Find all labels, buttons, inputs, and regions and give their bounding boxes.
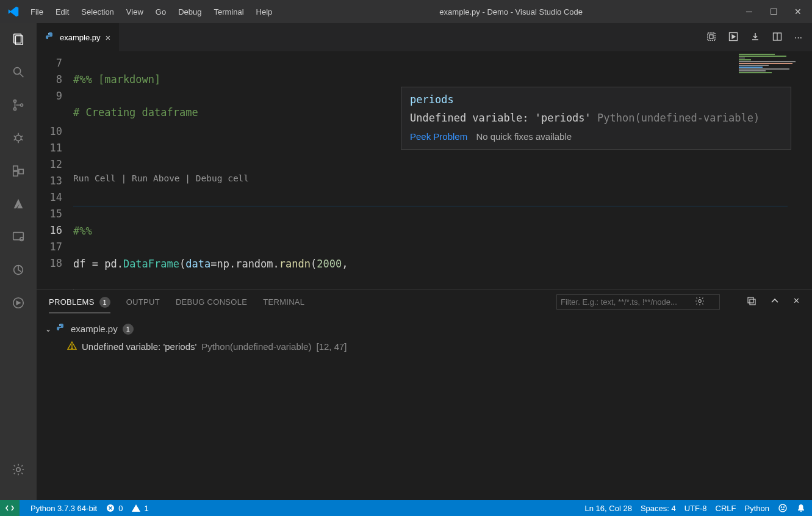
svg-rect-29: [748, 297, 753, 303]
main-area: example.py × ⋯ 7 8 9 10 11 12 13: [0, 23, 812, 500]
svg-point-4: [13, 100, 16, 103]
panel-chevron-up-icon[interactable]: [770, 296, 780, 308]
minimize-icon[interactable]: ─: [744, 7, 755, 16]
explorer-icon[interactable]: [10, 31, 27, 48]
panel-tab-output[interactable]: OUTPUT: [126, 297, 160, 307]
python-file-icon: [45, 32, 55, 43]
editor-column: example.py × ⋯ 7 8 9 10 11 12 13: [37, 23, 812, 500]
menu-help[interactable]: Help: [250, 4, 279, 20]
line-number: 12: [37, 156, 62, 173]
panel-tab-debug-console[interactable]: DEBUG CONSOLE: [176, 297, 247, 307]
status-bell-icon[interactable]: [796, 503, 806, 513]
menu-file[interactable]: File: [24, 4, 49, 20]
panel-actions: ✕: [747, 296, 800, 308]
live-share-icon[interactable]: [10, 294, 27, 311]
chevron-down-icon[interactable]: ⌄: [45, 325, 51, 333]
status-indentation[interactable]: Spaces: 4: [641, 504, 676, 513]
hover-widget: periods Undefined variable: 'periods' Py…: [401, 87, 791, 150]
tab-example-py[interactable]: example.py ×: [37, 23, 120, 51]
svg-point-5: [13, 107, 16, 110]
svg-line-11: [14, 139, 16, 140]
panel-close-icon[interactable]: ✕: [793, 296, 800, 308]
problem-file-row[interactable]: ⌄ example.py 1: [45, 321, 803, 337]
maximize-icon[interactable]: ☐: [768, 7, 779, 16]
editor-tabs: example.py × ⋯: [37, 23, 812, 51]
warning-icon: [67, 341, 77, 352]
window-controls: ─ ☐ ✕: [744, 7, 807, 16]
line-number: 17: [37, 239, 62, 255]
codelens-row[interactable]: Run Cell | Run Above | Debug cell: [73, 170, 812, 189]
line-number: 13: [37, 173, 62, 189]
svg-point-2: [14, 68, 21, 74]
svg-point-6: [20, 104, 23, 106]
more-actions-icon[interactable]: ⋯: [794, 33, 802, 42]
menu-terminal[interactable]: Terminal: [207, 4, 250, 20]
data-viewer-icon[interactable]: [706, 32, 716, 43]
svg-point-35: [779, 504, 786, 512]
azure-icon[interactable]: [10, 195, 27, 213]
remote-explorer-icon[interactable]: [10, 228, 27, 245]
search-icon[interactable]: [10, 64, 27, 81]
line-number: 18: [37, 255, 62, 272]
status-encoding[interactable]: UTF-8: [684, 504, 707, 513]
problems-filter-input[interactable]: [561, 297, 695, 307]
editor-body[interactable]: 7 8 9 10 11 12 13 14 15 16 17 18 19 #%% …: [37, 51, 812, 289]
menu-go[interactable]: Go: [149, 4, 172, 20]
panel-tab-terminal[interactable]: TERMINAL: [263, 297, 304, 307]
close-icon[interactable]: ✕: [792, 7, 803, 16]
menu-selection[interactable]: Selection: [75, 4, 120, 20]
svg-line-3: [20, 74, 24, 78]
line-number: 11: [37, 140, 62, 156]
svg-rect-16: [19, 169, 23, 173]
source-control-icon[interactable]: [10, 96, 27, 114]
gitlens-icon[interactable]: [10, 261, 27, 278]
import-icon[interactable]: [750, 32, 760, 43]
debug-icon[interactable]: [10, 129, 27, 147]
remote-indicator[interactable]: [0, 500, 20, 516]
svg-point-33: [71, 347, 73, 349]
code-line: index=pd.date_range('2001-01-01', period…: [73, 289, 812, 289]
run-cell-icon[interactable]: [728, 32, 738, 43]
problems-count-badge: 1: [99, 297, 110, 308]
code-line: df = pd.DataFrame(data=np.random.randn(2…: [73, 256, 812, 272]
status-eol[interactable]: CRLF: [716, 504, 736, 513]
filter-settings-icon[interactable]: [695, 296, 705, 308]
settings-gear-icon[interactable]: [10, 461, 27, 478]
menu-view[interactable]: View: [120, 4, 149, 20]
svg-line-9: [14, 136, 16, 137]
activity-bar: [0, 23, 37, 500]
status-language[interactable]: Python: [745, 504, 769, 513]
editor-actions: ⋯: [697, 23, 812, 51]
hover-title: periods: [410, 93, 782, 106]
tab-close-icon[interactable]: ×: [105, 32, 110, 43]
svg-rect-15: [13, 172, 18, 176]
svg-point-31: [59, 324, 60, 325]
panel-tabs: PROBLEMS 1 OUTPUT DEBUG CONSOLE TERMINAL…: [37, 290, 812, 314]
problems-filter[interactable]: [556, 294, 720, 310]
status-errors[interactable]: 0: [106, 503, 123, 513]
hover-message: Undefined variable: 'periods' Python(und…: [410, 112, 782, 124]
status-warnings[interactable]: 1: [131, 503, 148, 513]
status-python-env[interactable]: Python 3.7.3 64-bit: [31, 504, 97, 513]
status-cursor-position[interactable]: Ln 16, Col 28: [585, 504, 632, 513]
menu-debug[interactable]: Debug: [172, 4, 207, 20]
split-editor-icon[interactable]: [772, 32, 782, 43]
svg-point-22: [48, 33, 49, 34]
line-number: 14: [37, 189, 62, 206]
python-file-icon: [56, 323, 66, 335]
svg-rect-17: [13, 233, 24, 240]
peek-problem-link[interactable]: Peek Problem: [410, 131, 467, 142]
line-number: 7: [37, 55, 62, 71]
svg-point-28: [699, 300, 702, 303]
panel-tab-problems[interactable]: PROBLEMS 1: [49, 297, 110, 313]
code-text: #%%: [73, 225, 92, 237]
svg-point-18: [20, 238, 24, 241]
collapse-all-icon[interactable]: [747, 296, 756, 308]
code-text: #%% [markdown]: [73, 73, 160, 85]
svg-rect-24: [710, 35, 713, 38]
menu-edit[interactable]: Edit: [49, 4, 75, 20]
problem-item[interactable]: Undefined variable: 'periods' Python(und…: [45, 337, 803, 352]
extensions-icon[interactable]: [10, 162, 27, 180]
window-title: example.py - Demo - Visual Studio Code: [278, 7, 744, 16]
status-feedback-icon[interactable]: [778, 503, 788, 513]
